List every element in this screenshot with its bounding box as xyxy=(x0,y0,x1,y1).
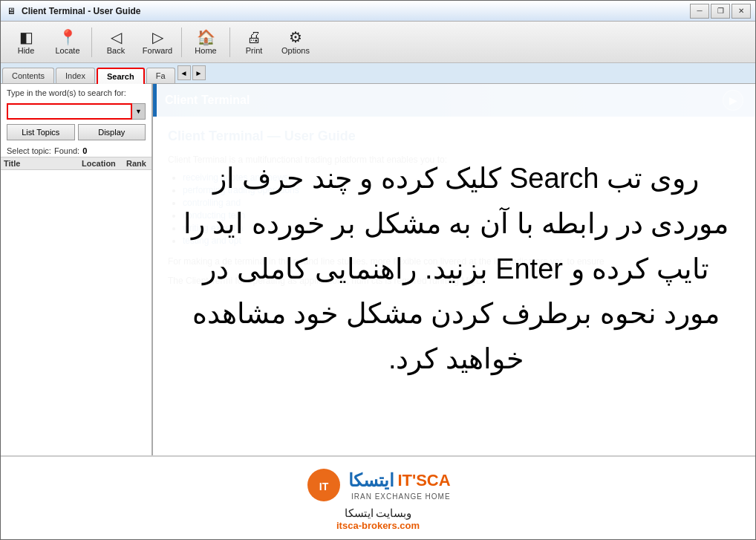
search-hint: Type in the word(s) to search for: xyxy=(1,84,151,102)
select-topic-area: Select topic: Found: 0 xyxy=(1,145,151,157)
print-icon: 🖨 xyxy=(247,30,261,45)
toolbar-separator-1 xyxy=(91,27,92,57)
search-input-wrap: ▼ xyxy=(1,102,151,124)
brand-fa: ایتسکا xyxy=(348,470,394,491)
options-label: Options xyxy=(281,46,310,55)
locate-button[interactable]: 📍 Locate xyxy=(48,25,87,60)
list-topics-button[interactable]: List Topics xyxy=(7,124,75,140)
tab-nav-right[interactable]: ► xyxy=(192,65,206,80)
back-label: Back xyxy=(107,46,125,55)
tab-search[interactable]: Search xyxy=(97,68,145,84)
display-button[interactable]: Display xyxy=(78,124,146,140)
toolbar: ◧ Hide 📍 Locate ◁ Back ▷ Forward 🏠 Home … xyxy=(1,22,755,63)
svg-text:IT: IT xyxy=(319,481,329,492)
logo-bar: IT ایتسکا IT'SCA IRAN EXCHANGE HOME وبسا… xyxy=(1,455,755,540)
persian-text: روی تب Search کلیک کرده و چند حرف از مور… xyxy=(172,156,740,382)
select-topic-label: Select topic: xyxy=(7,146,51,155)
hide-label: Hide xyxy=(18,46,35,55)
print-button[interactable]: 🖨 Print xyxy=(235,25,273,60)
locate-icon: 📍 xyxy=(59,30,77,45)
tab-fa[interactable]: Fa xyxy=(146,68,175,83)
window-controls: ─ ❐ ✕ xyxy=(690,4,751,19)
logo-svg: IT xyxy=(305,466,342,504)
col-location-header: Location xyxy=(82,159,126,168)
logo-bottom: وبسایت ایتسکا itsca-brokers.com xyxy=(336,507,420,531)
close-button[interactable]: ✕ xyxy=(731,4,751,19)
forward-icon: ▷ xyxy=(152,30,163,45)
hide-button[interactable]: ◧ Hide xyxy=(7,25,45,60)
restore-button[interactable]: ❐ xyxy=(711,4,730,19)
logo-tagline: IRAN EXCHANGE HOME xyxy=(351,492,451,501)
window-title: Client Terminal - User Guide xyxy=(22,6,685,16)
left-panel: Type in the word(s) to search for: ▼ Lis… xyxy=(1,84,153,455)
tab-bar: Contents Index Search Fa ◄ ► xyxy=(1,63,755,84)
logo-row: IT ایتسکا IT'SCA IRAN EXCHANGE HOME xyxy=(305,466,450,504)
minimize-button[interactable]: ─ xyxy=(690,4,709,19)
results-list[interactable] xyxy=(1,170,151,455)
locate-label: Locate xyxy=(55,46,79,55)
home-icon: 🏠 xyxy=(197,30,215,45)
persian-overlay: روی تب Search کلیک کرده و چند حرف از مور… xyxy=(157,84,755,454)
search-dropdown-button[interactable]: ▼ xyxy=(132,103,146,120)
options-icon: ⚙ xyxy=(289,30,302,45)
print-label: Print xyxy=(246,46,263,55)
tab-index[interactable]: Index xyxy=(56,68,95,83)
col-title-header: Title xyxy=(4,159,82,168)
app-icon: 🖥 xyxy=(5,5,17,17)
site-name: وبسایت ایتسکا xyxy=(336,507,420,520)
forward-label: Forward xyxy=(143,46,172,55)
back-button[interactable]: ◁ Back xyxy=(97,25,135,60)
tab-nav-left[interactable]: ◄ xyxy=(177,65,191,80)
options-button[interactable]: ⚙ Options xyxy=(276,25,315,60)
col-rank-header: Rank xyxy=(126,159,149,168)
site-url: itsca-brokers.com xyxy=(336,520,420,531)
toolbar-separator-3 xyxy=(229,27,230,57)
brand-en: IT'SCA xyxy=(397,471,450,490)
search-input-container: ▼ xyxy=(7,103,146,120)
home-label: Home xyxy=(195,46,216,55)
found-count: 0 xyxy=(82,146,87,155)
found-label: Found: xyxy=(54,146,79,155)
hide-icon: ◧ xyxy=(19,30,33,45)
toolbar-separator-2 xyxy=(181,27,182,57)
forward-button[interactable]: ▷ Forward xyxy=(138,25,177,60)
back-icon: ◁ xyxy=(111,30,122,45)
search-input[interactable] xyxy=(7,103,132,120)
home-button[interactable]: 🏠 Home xyxy=(186,25,225,60)
title-bar: 🖥 Client Terminal - User Guide ─ ❐ ✕ xyxy=(1,1,755,22)
search-actions: List Topics Display xyxy=(1,124,151,145)
results-header: Title Location Rank xyxy=(1,157,151,170)
tab-contents[interactable]: Contents xyxy=(2,68,54,83)
